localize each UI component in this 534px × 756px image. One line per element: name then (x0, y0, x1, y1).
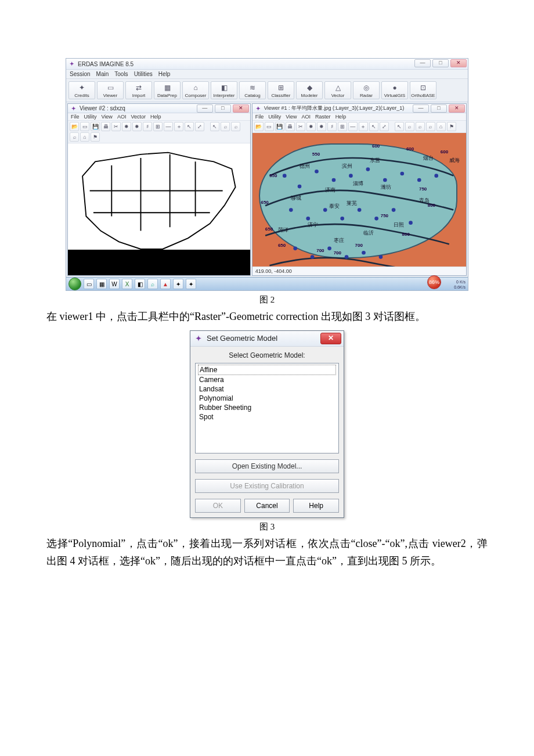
viewer2-max[interactable]: □ (215, 105, 231, 113)
tool-icon[interactable]: ＋ (174, 122, 183, 131)
tool-icon[interactable]: ⌕ (426, 122, 435, 131)
toolbar-vector[interactable]: △Vector (324, 81, 351, 99)
viewer1-max[interactable]: □ (431, 105, 447, 113)
cancel-button[interactable]: Cancel (244, 499, 290, 513)
tool-icon[interactable]: ⚑ (91, 132, 100, 142)
tool-icon[interactable]: ✸ (306, 122, 316, 131)
tool-icon[interactable]: 💾 (275, 122, 284, 131)
tool-icon[interactable]: ⤢ (195, 122, 204, 131)
viewer1-min[interactable]: — (413, 105, 429, 113)
toolbar-classifier[interactable]: ⊞Classifier (268, 81, 294, 99)
tool-icon[interactable]: ✂ (111, 122, 121, 131)
v2-menu-file[interactable]: File (71, 114, 80, 120)
tool-icon[interactable]: 🖶 (101, 122, 110, 131)
viewer2-canvas[interactable] (68, 143, 250, 275)
tool-icon[interactable]: 🖶 (286, 122, 295, 131)
v2-menu-help[interactable]: Help (150, 114, 161, 120)
tool-icon[interactable]: ⌕ (231, 122, 240, 131)
model-listbox[interactable]: AffineCameraLandsatPolynomialRubber Shee… (195, 363, 339, 453)
tool-icon[interactable]: ✸ (122, 122, 131, 131)
task-icon[interactable]: W (109, 279, 120, 289)
list-item[interactable]: Spot (198, 412, 336, 422)
task-icon[interactable]: ▲ (160, 279, 171, 289)
list-item[interactable]: Landsat (198, 384, 336, 394)
tool-icon[interactable]: ⌕ (221, 122, 230, 131)
menu-session[interactable]: Session (70, 71, 91, 77)
maximize-button[interactable]: □ (432, 59, 449, 67)
toolbar-virtualgis[interactable]: ●VirtualGIS (381, 81, 408, 99)
tool-icon[interactable]: ⊞ (338, 122, 347, 131)
tool-icon[interactable]: — (164, 122, 173, 131)
tool-icon[interactable]: ⤢ (380, 122, 389, 131)
tool-icon[interactable]: — (348, 122, 358, 131)
v1-menu-aoi[interactable]: AOI (302, 114, 311, 120)
tool-icon[interactable]: 📂 (254, 122, 264, 131)
task-icon[interactable]: X (122, 279, 132, 289)
tool-icon[interactable]: ♯ (143, 122, 152, 131)
toolbar-composer[interactable]: ⌂Composer (182, 81, 209, 99)
menu-help[interactable]: Help (158, 71, 171, 77)
tool-icon[interactable]: ↖ (210, 122, 219, 131)
tool-icon[interactable]: ⌕ (405, 122, 414, 131)
viewer1-close[interactable]: ✕ (449, 105, 465, 113)
tool-icon[interactable]: ⌕ (416, 122, 425, 131)
task-icon[interactable]: ✦ (173, 279, 183, 289)
viewer1-canvas[interactable]: 德州滨州东营烟台威海聊城济南淄博潍坊青岛泰安莱芜菏泽济宁枣庄临沂日照 55055… (252, 133, 466, 267)
tool-icon[interactable]: ⌕ (70, 132, 79, 142)
tool-icon[interactable]: ✸ (132, 122, 142, 131)
help-button[interactable]: Help (293, 499, 339, 513)
tool-icon[interactable]: 📂 (70, 122, 79, 131)
toolbar-radar[interactable]: ◎Radar (353, 81, 380, 99)
toolbar-dataprep[interactable]: ▦DataPrep (154, 81, 181, 99)
tool-icon[interactable]: ♯ (327, 122, 337, 131)
list-item[interactable]: Rubber Sheeting (198, 403, 336, 412)
tool-icon[interactable]: ⌂ (436, 122, 446, 131)
viewer2-close[interactable]: ✕ (233, 105, 249, 113)
v1-menu-view[interactable]: View (286, 114, 297, 120)
list-item[interactable]: Affine (198, 365, 336, 375)
tool-icon[interactable]: ✸ (317, 122, 326, 131)
toolbar-catalog[interactable]: ≋Catalog (239, 81, 266, 99)
v1-menu-raster[interactable]: Raster (315, 114, 331, 120)
dialog-close-button[interactable]: ✕ (320, 333, 341, 344)
task-icon[interactable]: ⌕ (147, 279, 158, 289)
tool-icon[interactable]: ⌂ (80, 132, 89, 142)
v2-menu-utility[interactable]: Utility (84, 114, 97, 120)
task-icon[interactable]: ◧ (135, 279, 145, 289)
v2-menu-view[interactable]: View (102, 114, 113, 120)
task-icon[interactable]: ✦ (186, 279, 196, 289)
toolbar-interpreter[interactable]: ◧Interpreter (211, 81, 237, 99)
task-icon[interactable]: ▦ (96, 279, 107, 289)
viewer2-min[interactable]: — (197, 105, 213, 113)
start-button[interactable] (68, 278, 81, 290)
toolbar-credits[interactable]: ✦Credits (68, 81, 95, 99)
v1-menu-help[interactable]: Help (335, 114, 347, 120)
open-existing-button[interactable]: Open Existing Model... (195, 459, 339, 473)
v1-menu-utility[interactable]: Utility (268, 114, 281, 120)
tool-icon[interactable]: ✂ (296, 122, 305, 131)
menu-main[interactable]: Main (96, 71, 109, 77)
tool-icon[interactable]: ↖ (185, 122, 194, 131)
v1-menu-file[interactable]: File (255, 114, 264, 120)
toolbar-modeler[interactable]: ◆Modeler (296, 81, 323, 99)
tool-icon[interactable]: ⊞ (153, 122, 163, 131)
toolbar-import[interactable]: ⇄Import (125, 81, 152, 99)
v2-menu-aoi[interactable]: AOI (117, 114, 127, 120)
v2-menu-vector[interactable]: Vector (131, 114, 146, 120)
network-meter[interactable]: 86% (427, 275, 441, 289)
tool-icon[interactable]: ↖ (395, 122, 404, 131)
task-icon[interactable]: ▭ (84, 279, 94, 289)
tool-icon[interactable]: ▭ (265, 122, 274, 131)
menu-tools[interactable]: Tools (114, 71, 128, 77)
tool-icon[interactable]: 💾 (91, 122, 100, 131)
tool-icon[interactable]: ▭ (80, 122, 89, 131)
toolbar-viewer[interactable]: ▭Viewer (97, 81, 124, 99)
list-item[interactable]: Polynomial (198, 394, 336, 403)
minimize-button[interactable]: — (414, 59, 431, 67)
menu-utilities[interactable]: Utilities (134, 71, 153, 77)
list-item[interactable]: Camera (198, 375, 336, 384)
tool-icon[interactable]: ＋ (359, 122, 368, 131)
close-button[interactable]: ✕ (450, 59, 467, 67)
tool-icon[interactable]: ⚑ (447, 122, 456, 131)
tool-icon[interactable]: ↖ (369, 122, 378, 131)
